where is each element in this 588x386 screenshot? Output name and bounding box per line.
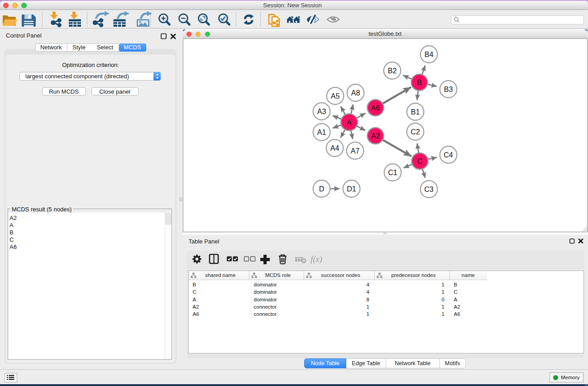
svg-text:B4: B4 xyxy=(424,51,433,58)
svg-text:A2: A2 xyxy=(371,132,380,140)
svg-text:C4: C4 xyxy=(444,151,453,159)
svg-text:C: C xyxy=(417,157,422,165)
svg-text:A1: A1 xyxy=(317,129,326,136)
svg-text:D1: D1 xyxy=(347,185,356,193)
svg-text:B2: B2 xyxy=(387,67,397,75)
svg-text:A8: A8 xyxy=(351,89,360,97)
svg-text:B3: B3 xyxy=(444,86,453,93)
svg-text:B: B xyxy=(417,79,422,86)
svg-text:B1: B1 xyxy=(411,108,420,116)
svg-text:A4: A4 xyxy=(330,144,339,152)
svg-text:A6: A6 xyxy=(371,104,380,112)
svg-text:A3: A3 xyxy=(317,108,326,115)
svg-text:D: D xyxy=(319,185,324,193)
svg-text:C3: C3 xyxy=(424,186,434,193)
svg-text:C2: C2 xyxy=(411,128,420,136)
svg-text:f(x): f(x) xyxy=(311,255,322,264)
svg-text:A5: A5 xyxy=(330,92,339,100)
svg-text:A7: A7 xyxy=(350,147,359,155)
svg-text:A: A xyxy=(347,119,352,126)
svg-text:C1: C1 xyxy=(388,169,397,176)
